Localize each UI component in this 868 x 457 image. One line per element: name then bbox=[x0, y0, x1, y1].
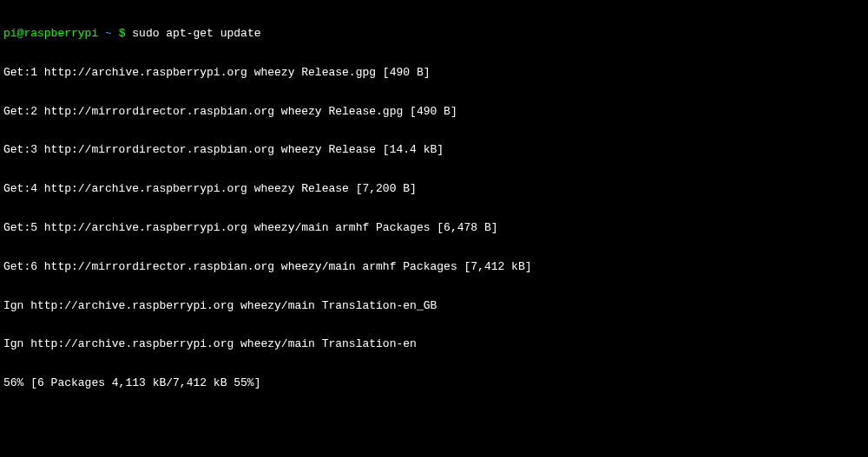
output-line: Get:3 http://mirrordirector.raspbian.org… bbox=[3, 144, 865, 157]
output-line: Get:5 http://archive.raspberrypi.org whe… bbox=[3, 222, 865, 235]
progress-line: 56% [6 Packages 4,113 kB/7,412 kB 55%] bbox=[3, 377, 865, 390]
prompt-user-host: pi@raspberrypi bbox=[3, 27, 98, 40]
prompt-symbol: $ bbox=[119, 27, 126, 40]
output-line: Get:6 http://mirrordirector.raspbian.org… bbox=[3, 261, 865, 274]
output-line: Get:2 http://mirrordirector.raspbian.org… bbox=[3, 106, 865, 119]
terminal-window[interactable]: pi@raspberrypi ~ $ sudo apt-get update G… bbox=[3, 2, 865, 403]
prompt-line[interactable]: pi@raspberrypi ~ $ sudo apt-get update bbox=[3, 28, 865, 41]
output-line: Get:4 http://archive.raspberrypi.org whe… bbox=[3, 183, 865, 196]
output-line: Get:1 http://archive.raspberrypi.org whe… bbox=[3, 67, 865, 80]
output-line: Ign http://archive.raspberrypi.org wheez… bbox=[3, 300, 865, 313]
output-line: Ign http://archive.raspberrypi.org wheez… bbox=[3, 338, 865, 351]
prompt-path: ~ bbox=[105, 27, 112, 40]
command-input[interactable]: sudo apt-get update bbox=[132, 27, 260, 40]
